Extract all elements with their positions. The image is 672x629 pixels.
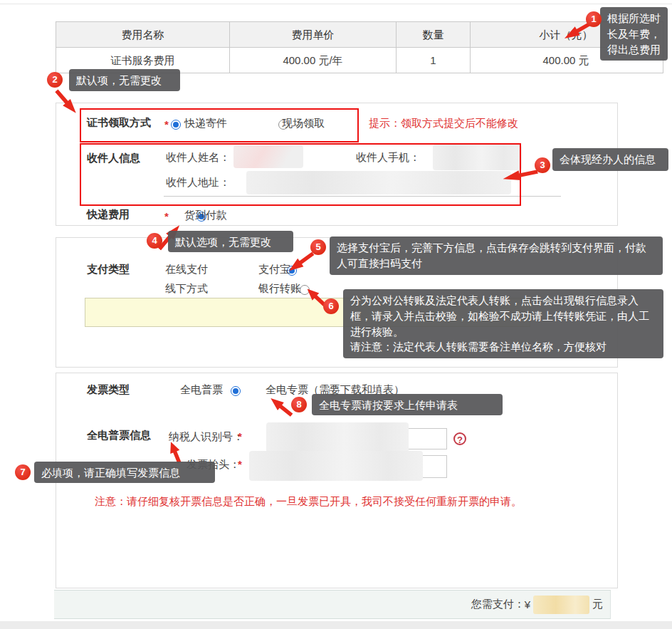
annotation-1-badge: 1 [586, 11, 602, 27]
annotation-4-badge: 4 [147, 233, 162, 249]
fee-table: 费用名称 费用单价 数量 小计（元） 证书服务费用 400.00 元/年 1 4… [56, 21, 663, 73]
annotation-8-badge: 8 [291, 397, 307, 412]
invoice-notice: 注意：请仔细复核开票信息是否正确，一旦发票已开具，我司不接受任何重新开票的申请。 [95, 495, 522, 509]
invoice-type-label: 发票类型 [87, 383, 130, 397]
radio-cash-on-delivery-label[interactable]: 货到付款 [184, 209, 227, 222]
radio-onsite-pickup-label[interactable]: 现场领取 [282, 117, 325, 130]
payment-offline-label: 线下方式 [165, 282, 208, 296]
radio-bank-transfer-label[interactable]: 银行转账 [258, 282, 301, 296]
annotation-6-badge: 6 [323, 298, 339, 314]
annotation-3-badge: 3 [535, 157, 550, 173]
annotation-7-tooltip: 必填项，请正确填写发票信息 [34, 462, 215, 483]
annotation-5-tooltip: 选择支付宝后，完善下方信息，点击保存会跳转到支付界面，付款人可直接扫码支付 [330, 236, 663, 275]
fee-table-header-unit-price: 费用单价 [230, 22, 397, 48]
fee-table-header-name: 费用名称 [56, 22, 230, 48]
invoice-title-required-asterisk: * [238, 458, 242, 470]
radio-alipay-label[interactable]: 支付宝 [258, 263, 290, 276]
pay-total-label: 您需支付： [471, 598, 525, 611]
recipient-address-underline [164, 196, 561, 197]
currency-symbol: ¥ [525, 598, 530, 610]
bottom-strip [0, 621, 672, 629]
payment-form-page: 费用名称 费用单价 数量 小计（元） 证书服务费用 400.00 元/年 1 4… [0, 0, 672, 629]
annotation-3-tooltip: 会体现经办人的信息 [552, 148, 668, 171]
invoice-title-value-redacted [249, 451, 423, 481]
radio-express-delivery-label[interactable]: 快递寄件 [184, 117, 227, 130]
payment-type-label: 支付类型 [87, 263, 130, 276]
taxpayer-required-asterisk: * [238, 430, 242, 442]
annotation-1-tooltip: 根据所选时长及年费，得出总费用 [600, 7, 668, 61]
annotation-8-tooltip: 全电专票请按要求上传申请表 [312, 394, 503, 415]
delivery-required-asterisk: * [164, 118, 169, 130]
recipient-address-label: 收件人地址： [166, 176, 230, 189]
express-fee-required-asterisk: * [164, 210, 169, 222]
radio-express-delivery[interactable] [171, 120, 181, 130]
recipient-name-value-redacted[interactable] [233, 145, 303, 168]
annotation-4-tooltip: 默认选项，无需更改 [168, 231, 293, 252]
radio-general-invoice[interactable] [231, 386, 241, 396]
taxpayer-help-icon[interactable]: ? [453, 432, 466, 445]
annotation-7-badge: 7 [15, 464, 31, 480]
delivery-method-label: 证书领取方式 [87, 116, 151, 130]
taxpayer-id-label: 纳税人识别号： [169, 430, 243, 444]
annotation-2-badge: 2 [47, 72, 63, 88]
payment-online-label: 在线支付 [165, 263, 208, 276]
pay-total-bar: 您需支付： ¥ 元 [54, 590, 611, 619]
recipient-phone-value-redacted[interactable] [433, 145, 522, 170]
annotation-2-tooltip: 默认项，无需更改 [69, 69, 180, 91]
recipient-address-value-redacted[interactable] [246, 171, 511, 194]
recipient-label: 收件人信息 [87, 152, 140, 165]
recipient-name-label: 收件人姓名： [166, 151, 230, 165]
delivery-hint: 提示：领取方式提交后不能修改 [369, 117, 518, 130]
fee-quantity-cell: 1 [397, 48, 471, 73]
radio-general-invoice-label[interactable]: 全电普票 [180, 383, 223, 397]
invoice-info-label: 全电普票信息 [87, 429, 151, 442]
top-divider [0, 4, 672, 4]
pay-amount-redacted [533, 596, 589, 614]
annotation-5-badge: 5 [310, 239, 326, 255]
taxpayer-id-value-redacted [266, 422, 409, 454]
pay-unit-label: 元 [592, 598, 603, 611]
fee-table-header-quantity: 数量 [397, 22, 471, 48]
annotation-6-tooltip: 分为公对公转账及法定代表人转账，点击会出现银行信息录入框，请录入并点击校验，如检… [343, 289, 663, 358]
fee-unit-price-cell: 400.00 元/年 [230, 48, 397, 73]
express-fee-label: 快递费用 [87, 208, 130, 222]
recipient-phone-label: 收件人手机： [356, 151, 420, 165]
